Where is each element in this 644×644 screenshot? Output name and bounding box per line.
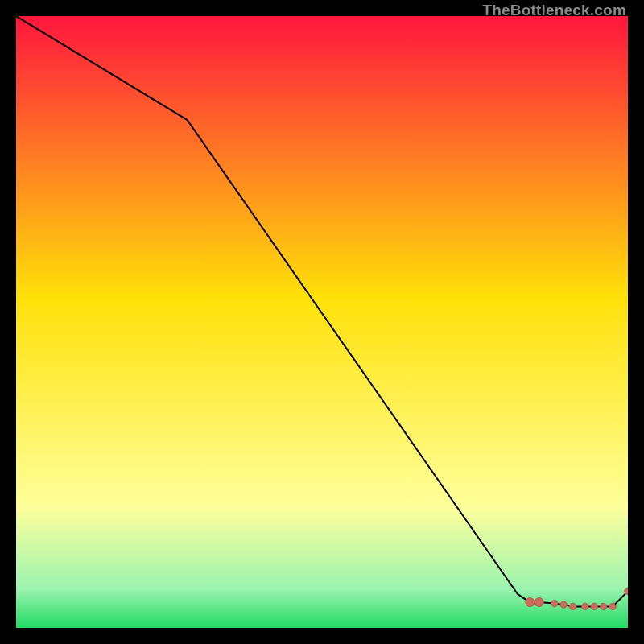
data-marker (526, 598, 535, 607)
data-marker (582, 603, 588, 609)
chart-background-gradient (16, 16, 628, 628)
data-marker (569, 603, 576, 609)
data-marker (600, 603, 606, 609)
data-marker (535, 598, 543, 607)
data-marker (560, 601, 567, 608)
data-marker (591, 603, 597, 609)
chart-svg (16, 16, 628, 628)
data-marker (609, 603, 616, 609)
chart-frame: TheBottleneck.com (0, 0, 644, 644)
chart-canvas (16, 16, 628, 628)
data-marker (625, 588, 628, 594)
data-marker (551, 600, 558, 606)
